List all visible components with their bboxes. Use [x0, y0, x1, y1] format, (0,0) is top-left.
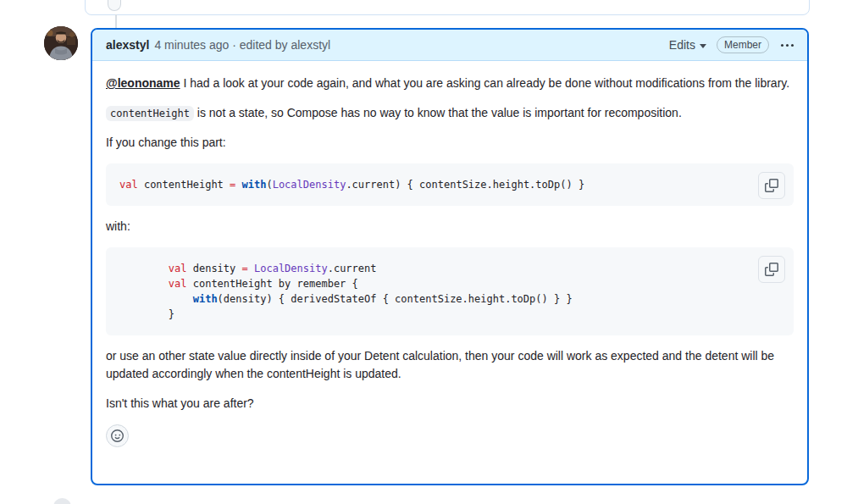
code-content: val contentHeight = with(LocalDensity.cu… [119, 177, 780, 192]
paragraph-text: is not a state, so Compose has no way to… [194, 106, 682, 119]
header-actions: Edits Member [669, 36, 795, 53]
comment-box: alexstyl 4 minutes ago · edited by alexs… [91, 28, 809, 485]
paragraph-mention: @leononame I had a look at your code aga… [106, 75, 794, 92]
paragraph-text: I had a look at your code again, and wha… [180, 76, 790, 90]
copy-icon [765, 263, 778, 276]
paragraph-text: Isn't this what you are after? [106, 395, 794, 413]
comment-body: @leononame I had a look at your code aga… [92, 61, 807, 461]
timeline-connector [115, 14, 117, 29]
chevron-down-icon [700, 44, 706, 48]
issue-comment-page: alexstyl 4 minutes ago · edited by alexs… [0, 0, 847, 504]
reactions-row [106, 424, 794, 447]
copy-button[interactable] [758, 172, 785, 199]
kebab-menu-button[interactable] [779, 41, 795, 50]
previous-comment-box [85, 0, 810, 15]
copy-icon [765, 179, 778, 192]
avatar-photo [44, 26, 78, 60]
comment-header: alexstyl 4 minutes ago · edited by alexs… [92, 30, 807, 61]
mention-link[interactable]: @leononame [106, 76, 180, 90]
code-block-2: val density = LocalDensity.current val c… [106, 247, 794, 335]
avatar[interactable] [44, 26, 78, 60]
kebab-horizontal-icon [781, 44, 783, 47]
previous-comment-reaction-button-partial[interactable] [108, 0, 121, 11]
timestamp-link[interactable]: 4 minutes ago · edited by alexstyl [154, 38, 330, 52]
code-content: val density = LocalDensity.current val c… [119, 261, 780, 322]
code-block-1: val contentHeight = with(LocalDensity.cu… [106, 163, 794, 206]
paragraph-text: If you change this part: [106, 134, 794, 152]
edits-dropdown[interactable]: Edits [669, 38, 706, 52]
smiley-icon [111, 429, 124, 442]
paragraph-text: or use an other state value directly ins… [106, 347, 794, 383]
paragraph-inline-code: contentHeight is not a state, so Compose… [106, 104, 794, 122]
member-badge: Member [717, 36, 769, 53]
edits-label: Edits [669, 38, 695, 52]
inline-code: contentHeight [106, 106, 194, 121]
next-avatar-partial [53, 498, 71, 504]
paragraph-text: with: [106, 218, 794, 235]
copy-button[interactable] [758, 256, 785, 283]
author-link[interactable]: alexstyl [106, 38, 149, 52]
add-reaction-button[interactable] [106, 424, 129, 447]
